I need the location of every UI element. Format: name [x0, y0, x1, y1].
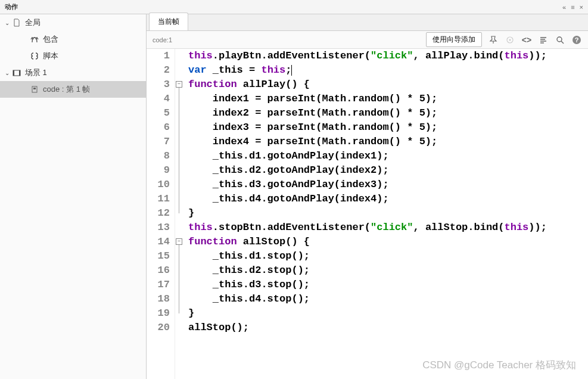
sidebar-item-label: 全局 [25, 17, 41, 28]
code-line[interactable]: index2 = parseInt(Math.random() * 5); [188, 106, 588, 120]
toolbar-right: 使用向导添加 <> ? [426, 32, 582, 47]
fold-gutter[interactable]: −− [175, 49, 183, 335]
scene-icon [12, 68, 21, 77]
line-number: 12 [147, 206, 170, 220]
svg-point-7 [557, 37, 562, 42]
sidebar-item-3[interactable]: ⌄场景 1 [0, 64, 146, 81]
line-number: 7 [147, 135, 170, 149]
sidebar-item-0[interactable]: ⌄全局 [0, 14, 146, 31]
line-number-gutter: 1234567891011121314151617181920 [147, 49, 175, 379]
svg-rect-4 [33, 88, 36, 89]
line-number: 15 [147, 249, 170, 263]
line-number: 6 [147, 120, 170, 135]
search-icon[interactable] [555, 35, 565, 45]
sidebar-item-label: 包含 [43, 34, 58, 45]
code-line[interactable]: _this.d1.gotoAndPlay(index1); [188, 149, 588, 163]
sidebar-item-1[interactable]: 包含 [0, 31, 146, 48]
code-line[interactable]: var _this = this; [188, 63, 588, 77]
target-icon[interactable] [505, 35, 515, 45]
svg-rect-2 [19, 70, 20, 76]
sidebar-item-2[interactable]: 脚本 [0, 48, 146, 64]
help-icon[interactable]: ? [571, 35, 582, 45]
tab-current-frame[interactable]: 当前帧 [149, 13, 188, 30]
text-cursor [291, 65, 292, 76]
code-editor[interactable]: 1234567891011121314151617181920 −− this.… [147, 49, 588, 379]
line-number: 8 [147, 149, 170, 163]
wizard-add-button[interactable]: 使用向导添加 [426, 32, 482, 47]
code-brackets-icon[interactable]: <> [521, 35, 532, 45]
sidebar-item-label: code : 第 1 帧 [43, 84, 90, 95]
line-number: 4 [147, 92, 170, 106]
line-number: 16 [147, 263, 170, 278]
code-line[interactable]: _this.d3.stop(); [188, 278, 588, 292]
code-content[interactable]: this.playBtn.addEventListener("click", a… [183, 49, 588, 379]
line-number: 9 [147, 163, 170, 178]
chevron-down-icon[interactable]: ⌄ [5, 20, 12, 26]
fold-guide-line [179, 88, 179, 213]
frame-icon [30, 85, 39, 94]
code-line[interactable]: this.playBtn.addEventListener("click", a… [188, 49, 588, 63]
svg-point-6 [509, 39, 511, 41]
sidebar-item-label: 脚本 [43, 51, 58, 61]
code-line[interactable]: } [188, 306, 588, 321]
line-number: 14 [147, 235, 170, 249]
line-number: 20 [147, 321, 170, 335]
sidebar-item-4[interactable]: code : 第 1 帧 [0, 81, 146, 98]
fold-toggle-icon[interactable]: − [176, 81, 182, 88]
pin-icon[interactable] [488, 35, 499, 45]
fold-guide-line [179, 245, 179, 313]
code-line[interactable]: _this.d4.stop(); [188, 292, 588, 306]
code-line[interactable]: _this.d2.gotoAndPlay(index2); [188, 163, 588, 178]
editor-tabs: 当前帧 [147, 14, 588, 31]
panel-title: 动作 [5, 2, 18, 11]
main-container: ⌄全局包含脚本⌄场景 1code : 第 1 帧 当前帧 code:1 使用向导… [0, 14, 588, 379]
code-line[interactable]: allStop(); [188, 321, 588, 335]
chevron-down-icon[interactable]: ⌄ [5, 70, 12, 76]
code-line[interactable]: this.stopBtn.addEventListener("click", a… [188, 220, 588, 235]
code-line[interactable]: index4 = parseInt(Math.random() * 5); [188, 135, 588, 149]
script-icon [30, 51, 39, 61]
editor-area: 当前帧 code:1 使用向导添加 <> ? [147, 14, 588, 379]
fold-toggle-icon[interactable]: − [176, 238, 182, 245]
line-number: 11 [147, 192, 170, 206]
code-line[interactable]: index3 = parseInt(Math.random() * 5); [188, 120, 588, 135]
close-icon[interactable]: × [580, 4, 583, 11]
code-line[interactable]: _this.d4.gotoAndPlay(index4); [188, 192, 588, 206]
code-line[interactable]: _this.d3.gotoAndPlay(index3); [188, 178, 588, 192]
line-number: 13 [147, 220, 170, 235]
script-include-icon [30, 35, 39, 44]
line-number: 17 [147, 278, 170, 292]
code-line[interactable]: function allPlay() { [188, 77, 588, 92]
line-number: 1 [147, 49, 170, 63]
line-number: 10 [147, 178, 170, 192]
line-number: 19 [147, 306, 170, 321]
title-bar: 动作 « ≡ × [0, 0, 588, 14]
svg-rect-1 [13, 70, 14, 76]
toolbar: code:1 使用向导添加 <> ? [147, 31, 588, 49]
document-icon [12, 18, 21, 27]
code-line[interactable]: _this.d1.stop(); [188, 249, 588, 263]
format-icon[interactable] [538, 35, 549, 45]
collapse-icon[interactable]: « [562, 4, 566, 11]
title-bar-controls: « ≡ × [562, 4, 583, 11]
sidebar: ⌄全局包含脚本⌄场景 1code : 第 1 帧 [0, 14, 147, 379]
line-number: 3 [147, 77, 170, 92]
breadcrumb: code:1 [153, 36, 172, 44]
menu-icon[interactable]: ≡ [571, 4, 574, 11]
svg-text:?: ? [575, 36, 579, 44]
code-line[interactable]: } [188, 206, 588, 220]
code-line[interactable]: index1 = parseInt(Math.random() * 5); [188, 92, 588, 106]
code-line[interactable]: function allStop() { [188, 235, 588, 249]
line-number: 5 [147, 106, 170, 120]
line-number: 18 [147, 292, 170, 306]
sidebar-item-label: 场景 1 [25, 67, 47, 78]
code-line[interactable]: _this.d2.stop(); [188, 263, 588, 278]
line-number: 2 [147, 63, 170, 77]
